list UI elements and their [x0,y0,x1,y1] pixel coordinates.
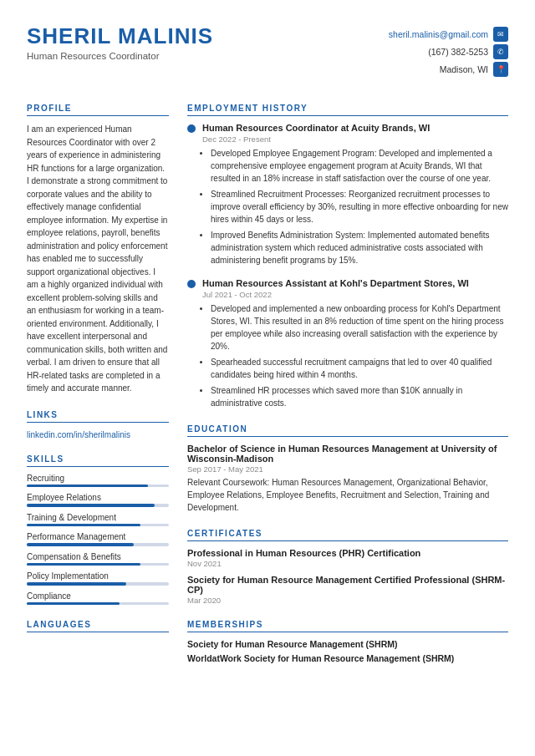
memberships-list: Society for Human Resource Management (S… [187,639,508,663]
job-dot [187,280,196,288]
employment-title: EMPLOYMENT HISTORY [187,104,508,116]
email-link[interactable]: sheril.malinis@gmail.com [389,29,488,39]
certs-list: Professional in Human Resources (PHR) Ce… [187,548,508,605]
certificates-section: CERTIFICATES Professional in Human Resou… [187,529,508,605]
skill-item: Policy Implementation [27,571,169,586]
bullet-item: Improved Benefits Administration System:… [211,229,508,266]
job-header: Human Resources Coordinator at Acuity Br… [187,123,508,133]
skill-bar-bg [27,543,169,546]
cert-title-text: Society for Human Resource Management Ce… [187,575,508,595]
edu-degree: Bachelor of Science in Human Resources M… [187,444,508,464]
skill-label: Performance Management [27,532,169,541]
job-title-text: Human Resources Coordinator at Acuity Br… [202,123,430,133]
skill-bar-fill [27,563,140,566]
skill-label: Compensation & Benefits [27,552,169,561]
membership-item: WorldatWork Society for Human Resource M… [187,653,508,663]
profile-section: PROFILE I am an experienced Human Resour… [27,104,169,395]
location-icon: 📍 [493,62,508,77]
cert-date: Mar 2020 [187,596,508,605]
bullet-item: Spearheaded successful recruitment campa… [211,356,508,381]
header-left: SHERIL MALINIS Human Resources Coordinat… [27,23,213,61]
resume-page: SHERIL MALINIS Human Resources Coordinat… [0,0,535,756]
skills-list: Recruiting Employee Relations Training &… [27,474,169,606]
right-column: EMPLOYMENT HISTORY Human Resources Coord… [187,104,508,678]
left-column: PROFILE I am an experienced Human Resour… [27,104,169,678]
phone-row: (167) 382-5253 ✆ [428,44,508,59]
skill-label: Training & Development [27,513,169,522]
bullet-item: Streamlined Recruitment Processes: Reorg… [211,188,508,226]
memberships-section: MEMBERSHIPS Society for Human Resource M… [187,620,508,663]
header-right: sheril.malinis@gmail.com ✉ (167) 382-525… [389,27,508,77]
skill-label: Compliance [27,591,169,601]
location-text: Madison, WI [440,64,488,74]
jobs-list: Human Resources Coordinator at Acuity Br… [187,123,508,409]
skill-bar-bg [27,602,169,606]
bullet-item: Developed Employee Engagement Program: D… [211,147,508,185]
skill-bar-fill [27,485,148,488]
profile-title: PROFILE [27,104,169,116]
full-name: SHERIL MALINIS [27,23,213,49]
cert-entry: Society for Human Resource Management Ce… [187,575,508,605]
job-dates: Dec 2022 - Present [187,134,508,144]
skill-bar-bg [27,524,169,527]
skill-bar-fill [27,602,120,606]
bullet-item: Streamlined HR processes which saved mor… [211,384,508,409]
skill-bar-fill [27,524,140,527]
membership-item: Society for Human Resource Management (S… [187,639,508,649]
cert-title-text: Professional in Human Resources (PHR) Ce… [187,548,508,558]
certificates-title: CERTIFICATES [187,529,508,541]
job-entry: Human Resources Assistant at Kohl's Depa… [187,278,508,409]
skill-bar-bg [27,504,169,507]
phone-icon: ✆ [493,44,508,59]
job-bullets: Developed Employee Engagement Program: D… [187,147,508,266]
email-row: sheril.malinis@gmail.com ✉ [389,27,508,42]
links-section: LINKS linkedin.com/in/sherilmalinis [27,410,169,439]
edu-coursework: Relevant Coursework: Human Resources Man… [187,476,508,514]
job-bullets: Developed and implemented a new onboardi… [187,302,508,409]
skill-item: Performance Management [27,532,169,546]
skill-bar-bg [27,485,169,488]
job-entry: Human Resources Coordinator at Acuity Br… [187,123,508,266]
skill-label: Recruiting [27,474,169,483]
skills-title: SKILLS [27,454,169,467]
job-title: Human Resources Coordinator [27,51,213,61]
header: SHERIL MALINIS Human Resources Coordinat… [27,23,508,85]
languages-section: LANGUAGES [27,620,169,632]
main-layout: PROFILE I am an experienced Human Resour… [27,104,508,678]
edu-dates: Sep 2017 - May 2021 [187,464,508,474]
phone-text: (167) 382-5253 [428,47,488,57]
location-row: Madison, WI 📍 [440,62,508,77]
links-title: LINKS [27,410,169,423]
skill-item: Employee Relations [27,493,169,507]
skill-bar-fill [27,543,134,546]
skill-item: Training & Development [27,513,169,527]
skill-bar-bg [27,563,169,566]
job-title-text: Human Resources Assistant at Kohl's Depa… [202,278,469,288]
education-section: EDUCATION Bachelor of Science in Human R… [187,424,508,514]
skill-bar-bg [27,582,169,586]
job-dot [187,124,196,133]
skills-section: SKILLS Recruiting Employee Relations Tra… [27,454,169,606]
employment-section: EMPLOYMENT HISTORY Human Resources Coord… [187,104,508,409]
email-icon: ✉ [493,27,508,42]
job-dates: Jul 2021 - Oct 2022 [187,290,508,299]
skill-item: Compliance [27,591,169,606]
skill-label: Employee Relations [27,493,169,502]
skill-bar-fill [27,582,126,586]
languages-title: LANGUAGES [27,620,169,632]
education-title: EDUCATION [187,424,508,437]
profile-text: I am an experienced Human Resources Coor… [27,123,169,395]
skill-bar-fill [27,504,155,507]
memberships-title: MEMBERSHIPS [187,620,508,632]
skill-item: Recruiting [27,474,169,488]
linkedin-link[interactable]: linkedin.com/in/sherilmalinis [27,430,130,439]
skill-label: Policy Implementation [27,571,169,581]
cert-date: Nov 2021 [187,559,508,568]
cert-entry: Professional in Human Resources (PHR) Ce… [187,548,508,568]
job-header: Human Resources Assistant at Kohl's Depa… [187,278,508,288]
skill-item: Compensation & Benefits [27,552,169,566]
bullet-item: Developed and implemented a new onboardi… [211,302,508,353]
